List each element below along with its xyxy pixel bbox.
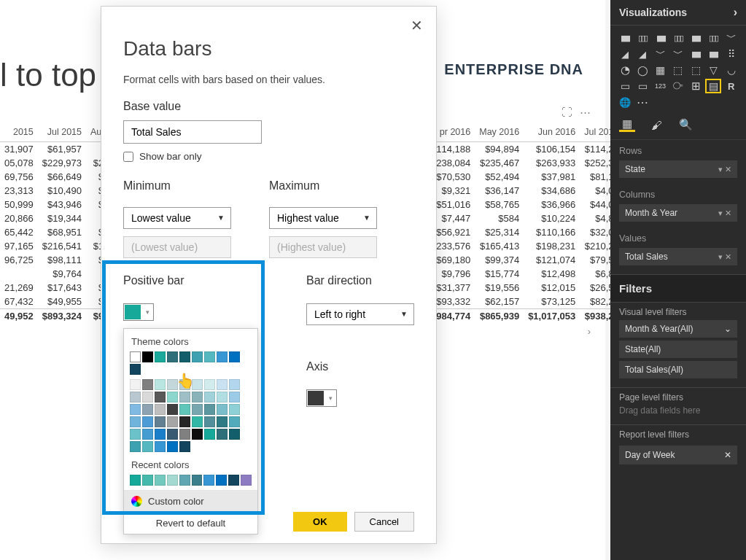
color-swatch[interactable]	[229, 416, 240, 427]
color-swatch[interactable]	[217, 404, 228, 415]
line-clustered-icon[interactable]	[653, 47, 668, 61]
color-swatch[interactable]	[167, 351, 178, 362]
color-swatch[interactable]	[130, 416, 141, 427]
color-swatch[interactable]	[204, 379, 215, 390]
color-swatch[interactable]	[192, 392, 203, 402]
color-swatch[interactable]	[204, 429, 215, 440]
color-swatch[interactable]	[241, 475, 252, 486]
collapse-pane-icon[interactable]: ›	[734, 6, 737, 19]
color-swatch[interactable]	[179, 392, 190, 402]
cancel-button[interactable]: Cancel	[354, 512, 414, 532]
color-swatch[interactable]	[229, 379, 240, 390]
clustered-bar-icon[interactable]	[635, 31, 650, 44]
show-bar-only-checkbox[interactable]: Show bar only	[123, 151, 414, 162]
ribbon-chart-icon[interactable]	[688, 47, 703, 61]
format-tab-icon[interactable]: 🖌	[648, 117, 664, 132]
pie-chart-icon[interactable]	[618, 63, 632, 77]
filled-map-icon[interactable]	[688, 63, 703, 77]
arcgis-icon[interactable]	[618, 96, 632, 109]
color-swatch[interactable]	[217, 416, 228, 427]
slicer-icon[interactable]	[671, 79, 685, 93]
table-visual-icon[interactable]	[688, 79, 703, 93]
card-icon[interactable]	[618, 79, 632, 93]
color-swatch[interactable]	[155, 379, 166, 390]
color-swatch[interactable]	[229, 404, 240, 415]
close-icon[interactable]: ✕	[724, 450, 731, 460]
revert-default-action[interactable]: Revert to default	[124, 512, 257, 534]
ok-button[interactable]: OK	[293, 512, 347, 532]
color-swatch[interactable]	[204, 416, 215, 427]
color-swatch[interactable]	[155, 351, 166, 362]
stacked100-bar-icon[interactable]	[688, 31, 703, 44]
filter-pill[interactable]: Month & Year(All)⌄	[619, 320, 737, 338]
color-swatch[interactable]	[229, 392, 240, 402]
chevron-down-icon[interactable]: ▾ ✕	[718, 165, 731, 174]
color-swatch[interactable]	[142, 475, 153, 486]
import-visual-icon[interactable]	[635, 96, 650, 109]
kpi-icon[interactable]	[653, 79, 668, 93]
focus-mode-icon[interactable]: ⛶	[562, 106, 572, 119]
color-swatch[interactable]	[130, 364, 141, 375]
color-swatch[interactable]	[167, 392, 178, 402]
color-swatch[interactable]	[217, 379, 228, 390]
color-swatch[interactable]	[217, 351, 228, 362]
color-swatch[interactable]	[142, 416, 153, 427]
multirow-card-icon[interactable]	[635, 79, 650, 93]
color-swatch[interactable]	[228, 475, 239, 486]
color-swatch[interactable]	[155, 404, 166, 415]
values-field-pill[interactable]: Total Sales▾ ✕	[619, 248, 737, 265]
axis-color-button[interactable]: ▾	[306, 389, 337, 407]
stacked-column-icon[interactable]	[653, 31, 668, 44]
custom-color-action[interactable]: Custom color	[124, 490, 257, 512]
chevron-down-icon[interactable]: ▾ ✕	[718, 209, 731, 218]
color-swatch[interactable]	[179, 351, 190, 362]
columns-field-pill[interactable]: Month & Year▾ ✕	[619, 204, 737, 222]
maximum-select[interactable]: Highest value	[269, 207, 377, 229]
color-swatch[interactable]	[130, 392, 141, 402]
stacked-bar-icon[interactable]	[618, 31, 632, 44]
gauge-icon[interactable]	[724, 63, 739, 77]
color-swatch[interactable]	[167, 475, 178, 486]
color-swatch[interactable]	[142, 392, 153, 402]
chevron-down-icon[interactable]: ▾ ✕	[718, 252, 731, 262]
treemap-icon[interactable]	[653, 63, 668, 77]
color-swatch[interactable]	[130, 441, 141, 452]
color-swatch[interactable]	[192, 404, 203, 415]
color-swatch[interactable]	[155, 392, 166, 402]
area-chart-icon[interactable]	[618, 47, 632, 61]
color-swatch[interactable]	[192, 351, 203, 362]
chevron-down-icon[interactable]: ⌄	[724, 324, 731, 334]
color-swatch[interactable]	[155, 475, 166, 486]
positive-bar-color-button[interactable]: ▾	[123, 303, 154, 321]
color-swatch[interactable]	[142, 441, 153, 452]
minimum-select[interactable]: Lowest value	[123, 207, 231, 229]
color-swatch[interactable]	[217, 429, 228, 440]
color-swatch[interactable]	[130, 475, 141, 486]
color-swatch[interactable]	[216, 475, 227, 486]
more-options-icon[interactable]: ⋯	[580, 106, 591, 119]
close-icon[interactable]: ✕	[411, 17, 423, 34]
line-stacked-icon[interactable]	[671, 47, 685, 61]
color-swatch[interactable]	[142, 351, 153, 362]
color-swatch[interactable]	[179, 429, 190, 440]
color-swatch[interactable]	[155, 429, 166, 440]
color-swatch[interactable]	[167, 379, 178, 390]
color-swatch[interactable]	[167, 429, 178, 440]
color-swatch[interactable]	[179, 379, 190, 390]
color-swatch[interactable]	[142, 404, 153, 415]
maximum-value-input[interactable]: (Highest value)	[269, 236, 377, 258]
color-swatch[interactable]	[142, 429, 153, 440]
r-visual-icon[interactable]	[724, 79, 739, 93]
clustered-column-icon[interactable]	[671, 31, 685, 44]
color-swatch[interactable]	[192, 429, 203, 440]
color-swatch[interactable]	[179, 404, 190, 415]
matrix-visual-icon[interactable]	[706, 79, 720, 93]
bar-direction-select[interactable]: Left to right	[306, 303, 414, 325]
stacked-area-icon[interactable]	[635, 47, 650, 61]
line-chart-icon[interactable]	[724, 31, 739, 44]
fields-tab-icon[interactable]: ▦	[619, 117, 635, 132]
color-swatch[interactable]	[204, 404, 215, 415]
rows-field-pill[interactable]: State▾ ✕	[619, 160, 737, 178]
scroll-right-icon[interactable]: ›	[427, 323, 591, 337]
color-swatch[interactable]	[130, 404, 141, 415]
